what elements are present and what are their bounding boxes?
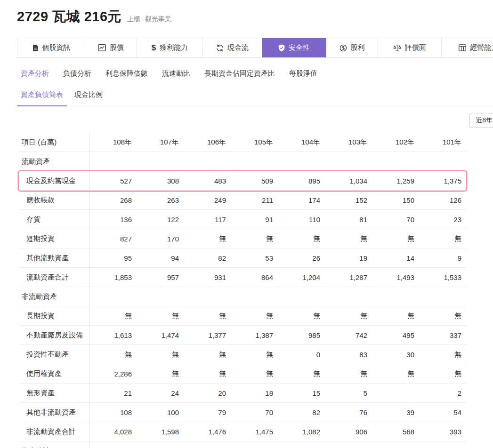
document-icon	[32, 44, 39, 52]
column-header-year: 108年	[89, 133, 137, 152]
tab-profitability[interactable]: $獲利能力	[137, 38, 203, 57]
cell-value	[372, 384, 419, 402]
tab-label: 獲利能力	[160, 43, 188, 52]
cell-value: 0	[278, 345, 325, 364]
industry-label: 觀光事業	[145, 15, 171, 24]
table-row: 無形資產212420181552	[19, 384, 466, 403]
cell-value: 100	[137, 403, 184, 422]
tab-price[interactable]: 股價	[85, 38, 137, 57]
sub-tab-nav-per-share[interactable]: 每股淨值	[289, 69, 317, 78]
cell-value: 152	[325, 191, 372, 209]
chart-icon	[98, 44, 106, 51]
cell-value: 無	[89, 306, 137, 325]
tab-cash-flow[interactable]: 現金流	[203, 38, 262, 57]
table-row: 不動產廠房及設備1,6131,4741,3771,387985742495337	[19, 326, 466, 345]
cell-value: 495	[372, 326, 419, 344]
cell-value	[137, 152, 184, 171]
cell-value: 無	[231, 364, 278, 383]
dollar-icon: $	[152, 44, 156, 52]
cell-value: 無	[184, 364, 231, 383]
cell-value: 24	[137, 384, 184, 402]
cell-value: 2,193	[325, 441, 372, 448]
cashflow-icon	[216, 44, 224, 52]
tab-stock-info[interactable]: 個股資訊	[17, 38, 85, 57]
cell-value: 906	[325, 422, 372, 441]
table-row: 應收帳款268263249211174152150126	[19, 191, 466, 210]
cell-value: 1,287	[325, 268, 372, 287]
cell-value	[419, 152, 466, 171]
row-label: 長期投資	[19, 306, 89, 325]
cell-value: 527	[89, 171, 137, 190]
cell-value: 無	[419, 229, 466, 248]
table-header-row: 項目 (百萬)108年107年106年105年104年103年102年101年	[19, 133, 466, 152]
cell-value: 117	[184, 210, 231, 229]
tab-valuation[interactable]: 評價面	[378, 38, 442, 57]
cell-value: 無	[419, 306, 466, 325]
row-label: 非流動資產	[19, 287, 89, 306]
report-tab-balance-sheet-summary[interactable]: 資產負債簡表	[17, 90, 67, 106]
row-label: 不動產廠房及設備	[19, 326, 89, 344]
main-tab-bar: 個股資訊股價$獲利能力現金流安全性股利評價面經營能力	[17, 38, 493, 58]
cell-value: 無	[231, 229, 278, 248]
cell-value: 957	[137, 268, 184, 287]
row-label: 應收帳款	[19, 191, 89, 209]
stock-header: 2729 瓦城 216元 上櫃 觀光事業	[0, 0, 493, 26]
dividend-icon	[339, 44, 347, 52]
cell-value: 2,287	[278, 441, 325, 448]
cell-value: 無	[184, 229, 231, 248]
cell-value: 無	[184, 306, 231, 325]
tab-safety[interactable]: 安全性	[262, 38, 326, 57]
cell-value: 無	[325, 229, 372, 248]
sub-tab-asset-analysis[interactable]: 資產分析	[21, 69, 49, 78]
cell-value: 2,286	[89, 364, 137, 383]
cell-value: 827	[89, 229, 137, 248]
cell-value: 308	[137, 171, 184, 190]
cell-value: 1,926	[419, 441, 466, 448]
cell-value: 無	[89, 345, 137, 364]
cell-value: 568	[372, 422, 419, 441]
sub-tab-liability-analysis[interactable]: 負債分析	[63, 69, 91, 78]
tab-label: 股價	[110, 43, 124, 52]
cell-value: 509	[231, 171, 278, 190]
period-select-button[interactable]: 近8年	[469, 113, 493, 128]
cell-value: 無	[325, 364, 372, 383]
row-label: 使用權資產	[19, 364, 89, 383]
table-row: 非流動資產	[19, 287, 466, 306]
cell-value: 無	[137, 364, 184, 383]
market-label: 上櫃	[127, 15, 140, 24]
cell-value	[231, 287, 278, 306]
table-row: 短期投資827170無無無無無無	[19, 229, 466, 248]
cell-value: 2,339	[231, 441, 278, 448]
cell-value: 985	[278, 326, 325, 344]
cell-value: 211	[231, 191, 278, 209]
report-tab-bar: 資產負債簡表現金比例	[17, 90, 493, 106]
cell-value: 30	[372, 345, 419, 364]
report-tab-cash-ratio[interactable]: 現金比例	[71, 90, 106, 106]
sub-tab-interest-coverage[interactable]: 利息保障倍數	[105, 69, 148, 78]
period-row: 近8年	[0, 113, 493, 128]
sub-tab-current-quick-ratio[interactable]: 流速動比	[162, 69, 190, 78]
table-row: 流動資產	[19, 152, 466, 171]
column-header-year: 104年	[278, 133, 325, 152]
cell-value: 無	[372, 364, 419, 383]
cell-value: 無	[278, 306, 325, 325]
row-label: 資產總計	[19, 441, 89, 448]
cell-value	[137, 287, 184, 306]
scale-icon	[393, 44, 401, 52]
cell-value: 1,034	[325, 171, 372, 190]
cell-value: 268	[89, 191, 137, 209]
cell-value: 81	[325, 210, 372, 229]
table-row: 現金及約當現金5273084835098951,0341,2591,375	[19, 171, 466, 191]
cell-value: 15	[278, 384, 325, 402]
sub-tab-bar: 資產分析負債分析利息保障倍數流速動比長期資金佔固定資產比每股淨值	[21, 69, 493, 78]
cell-value: 2,407	[184, 441, 231, 448]
column-header-year: 107年	[137, 133, 184, 152]
tab-dividend[interactable]: 股利	[326, 38, 378, 57]
sub-tab-long-term-funds-ratio[interactable]: 長期資金佔固定資產比	[204, 69, 275, 78]
cell-value: 483	[184, 171, 231, 190]
cell-value: 931	[184, 268, 231, 287]
tab-operating-ability[interactable]: 經營能力	[442, 38, 493, 57]
shield-icon	[278, 44, 285, 52]
cell-value: 1,476	[184, 422, 231, 441]
table-row: 非流動資產合計4,0281,5981,4761,4751,08290656839…	[19, 422, 466, 441]
